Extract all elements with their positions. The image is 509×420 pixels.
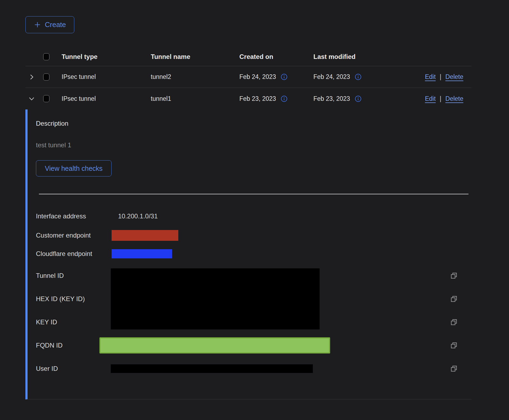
- actions-separator: |: [440, 73, 441, 81]
- id-fields-grid: Tunnel ID HEX ID (KEY ID) KEY ID FQDN ID…: [36, 264, 471, 380]
- cell-created-on: Feb 24, 2023: [239, 73, 276, 81]
- copy-fqdn-id-button[interactable]: [450, 341, 458, 350]
- select-all-checkbox[interactable]: [43, 53, 49, 60]
- cell-tunnel-name: tunnel2: [151, 73, 239, 81]
- row-checkbox[interactable]: [43, 95, 49, 102]
- field-label-interface-address: Interface address: [36, 212, 111, 220]
- tunnels-table: Tunnel type Tunnel name Created on Last …: [25, 47, 471, 109]
- copy-icon: [450, 318, 458, 326]
- copy-key-id-button[interactable]: [450, 318, 458, 326]
- copy-hex-id-button[interactable]: [450, 295, 458, 303]
- field-label-cloudflare-endpoint: Cloudflare endpoint: [36, 250, 111, 258]
- copy-icon: [450, 272, 458, 280]
- plus-icon: [34, 21, 41, 28]
- cell-tunnel-name: tunnel1: [151, 95, 239, 102]
- description-text: test tunnel 1: [36, 141, 471, 149]
- field-value-interface-address: 10.200.1.0/31: [118, 212, 158, 220]
- view-health-checks-button[interactable]: View health checks: [36, 160, 112, 176]
- field-label-user-id: User ID: [36, 365, 111, 372]
- redacted-cloudflare-endpoint-value: [112, 249, 172, 258]
- actions-separator: |: [440, 95, 441, 102]
- chevron-right-icon: [28, 74, 35, 81]
- field-label-customer-endpoint: Customer endpoint: [36, 232, 111, 239]
- info-icon[interactable]: [354, 73, 362, 81]
- table-row-tunnel2: IPsec tunnel tunnel2 Feb 24, 2023 Feb 24…: [25, 66, 471, 88]
- expanded-row-panel: Description test tunnel 1 View health ch…: [25, 109, 471, 399]
- copy-icon: [450, 365, 458, 373]
- field-row-cloudflare-endpoint: Cloudflare endpoint: [36, 248, 471, 259]
- cell-tunnel-type: IPsec tunnel: [62, 95, 151, 102]
- info-icon[interactable]: [354, 95, 362, 102]
- cell-tunnel-type: IPsec tunnel: [62, 73, 151, 81]
- cell-created-on: Feb 23, 2023: [239, 95, 276, 102]
- row-checkbox[interactable]: [43, 74, 49, 81]
- info-icon[interactable]: [280, 95, 288, 102]
- redacted-tunnel-hex-key-id-values: [111, 268, 320, 329]
- cell-last-modified: Feb 23, 2023: [313, 95, 350, 102]
- description-label: Description: [36, 120, 471, 127]
- edit-link[interactable]: Edit: [425, 95, 436, 102]
- delete-link[interactable]: Delete: [446, 73, 463, 81]
- column-header-last-modified: Last modified: [313, 53, 390, 61]
- column-header-tunnel-name: Tunnel name: [151, 53, 239, 61]
- column-header-created-on: Created on: [239, 53, 313, 61]
- edit-link[interactable]: Edit: [425, 73, 436, 81]
- cell-last-modified: Feb 24, 2023: [313, 73, 350, 81]
- copy-icon: [450, 341, 458, 349]
- create-button-label: Create: [45, 21, 66, 29]
- section-divider: [39, 194, 468, 194]
- field-row-interface-address: Interface address 10.200.1.0/31: [36, 212, 471, 220]
- row-expander-expanded[interactable]: [28, 95, 35, 102]
- copy-user-id-button[interactable]: [450, 364, 458, 373]
- create-button[interactable]: Create: [25, 16, 74, 33]
- copy-icon: [450, 295, 458, 303]
- table-header-row: Tunnel type Tunnel name Created on Last …: [25, 47, 471, 66]
- chevron-down-icon: [28, 95, 35, 102]
- redacted-user-id-value: [111, 364, 313, 373]
- row-expander-collapsed[interactable]: [28, 74, 35, 81]
- table-row-tunnel1: IPsec tunnel tunnel1 Feb 23, 2023 Feb 23…: [25, 88, 471, 109]
- field-label-hex-id: HEX ID (KEY ID): [36, 295, 111, 303]
- redacted-customer-endpoint-value: [112, 230, 178, 241]
- delete-link[interactable]: Delete: [446, 95, 463, 102]
- field-row-customer-endpoint: Customer endpoint: [36, 229, 471, 241]
- field-label-key-id: KEY ID: [36, 318, 111, 326]
- info-icon[interactable]: [280, 73, 288, 81]
- column-header-tunnel-type: Tunnel type: [62, 53, 151, 61]
- copy-tunnel-id-button[interactable]: [450, 271, 458, 280]
- field-label-tunnel-id: Tunnel ID: [36, 272, 111, 279]
- redacted-fqdn-id-value: [99, 337, 330, 354]
